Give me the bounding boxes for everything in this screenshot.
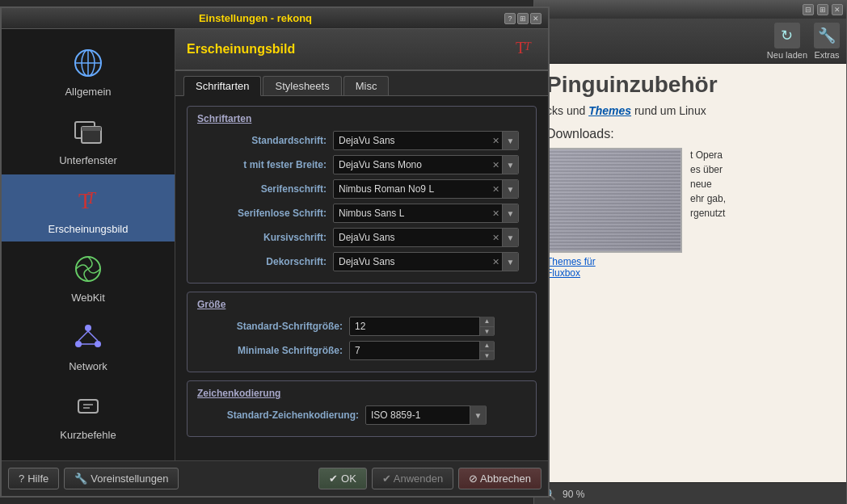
settings-dialog: Einstellungen - rekonq ? ⊞ ✕ Allgemein	[0, 6, 550, 498]
dekorschrift-label: Dekorschrift:	[197, 256, 327, 267]
minimal-groesse-down-btn[interactable]: ▼	[480, 351, 494, 361]
settings-help-btn[interactable]: ?	[504, 13, 516, 24]
form-row-serifenschrift: Serifenschrift: Nimbus Roman No9 L ✕ ▼	[197, 179, 526, 199]
standardschrift-select[interactable]: DejaVu Sans ✕ ▼	[333, 131, 519, 150]
dekorschrift-clear-btn[interactable]: ✕	[490, 257, 502, 267]
apply-button[interactable]: ✔ Anwenden	[372, 468, 453, 489]
form-row-fester-breite: t mit fester Breite: DejaVu Sans Mono ✕ …	[197, 155, 526, 174]
browser-minimize-btn[interactable]: ⊟	[803, 4, 814, 15]
settings-body: Allgemein Unterfenster T T	[2, 29, 548, 460]
settings-title: Einstellungen - rekonq	[8, 12, 503, 24]
form-row-standard-groesse: Standard-Schriftgröße: 12 ▲ ▼	[197, 317, 526, 336]
kursivschrift-arrow-btn[interactable]: ▼	[502, 228, 518, 247]
thumbnail	[546, 148, 682, 253]
main-title-icon: T T	[514, 36, 537, 63]
kursivschrift-value: DejaVu Sans	[334, 228, 490, 247]
dekorschrift-select[interactable]: DejaVu Sans ✕ ▼	[333, 252, 519, 271]
sidebar-item-allgemein[interactable]: Allgemein	[2, 37, 175, 104]
zeichenkodierung-arrow-btn[interactable]: ▼	[470, 405, 486, 425]
unterfenster-icon	[69, 112, 107, 151]
help-button[interactable]: ? Hilfe	[8, 468, 59, 489]
serifenschrift-clear-btn[interactable]: ✕	[490, 184, 502, 195]
serifenlose-clear-btn[interactable]: ✕	[490, 208, 502, 219]
standard-groesse-spinbox[interactable]: 12 ▲ ▼	[349, 317, 495, 336]
sidebar-item-unterfenster[interactable]: Unterfenster	[2, 106, 175, 173]
browser-content: Pinguinzubehör cks und Themes rund um Li…	[534, 64, 846, 482]
serifenschrift-arrow-btn[interactable]: ▼	[502, 179, 518, 199]
browser-close-btn[interactable]: ✕	[832, 4, 843, 15]
standard-groesse-down-btn[interactable]: ▼	[480, 327, 494, 337]
serifenschrift-value: Nimbus Roman No9 L	[334, 179, 490, 199]
zeichenkodierung-section-title: Zeichenkodierung	[197, 388, 526, 399]
serifenlose-arrow-btn[interactable]: ▼	[502, 204, 518, 223]
minimal-groesse-value: 7	[350, 341, 479, 360]
form-row-dekorschrift: Dekorschrift: DejaVu Sans ✕ ▼	[197, 252, 526, 271]
browser-maximize-btn[interactable]: ⊞	[817, 4, 828, 15]
settings-form: Schriftarten Standardschrift: DejaVu San…	[175, 96, 548, 460]
zeichenkodierung-section: Zeichenkodierung Standard-Zeichenkodieru…	[187, 380, 537, 437]
schriftarten-section: Schriftarten Standardschrift: DejaVu San…	[187, 106, 537, 284]
tab-stylesheets[interactable]: Stylesheets	[263, 76, 341, 95]
unterfenster-label: Unterfenster	[59, 154, 117, 166]
fester-breite-clear-btn[interactable]: ✕	[490, 160, 502, 170]
cancel-button[interactable]: ⊘ Abbrechen	[458, 468, 541, 489]
network-label: Network	[69, 360, 107, 372]
reset-button[interactable]: 🔧 Voreinstellungen	[64, 468, 179, 489]
zeichenkodierung-combobox[interactable]: ISO 8859-1 ▼	[365, 405, 487, 425]
network-icon	[69, 318, 107, 357]
fester-breite-value: DejaVu Sans Mono	[334, 155, 490, 174]
tab-misc[interactable]: Misc	[343, 76, 390, 95]
erscheinungsbild-label: Erscheinungsbild	[48, 223, 128, 235]
settings-main-header: Erscheinungsbild T T	[175, 29, 548, 71]
svg-rect-16	[78, 400, 98, 413]
reload-button[interactable]: ↻ Neu laden	[767, 23, 807, 60]
form-row-minimal-groesse: Minimale Schriftgröße: 7 ▲ ▼	[197, 341, 526, 360]
kurzbefehle-icon	[69, 387, 107, 426]
sidebar-item-erscheinungsbild[interactable]: T T Erscheinungsbild	[2, 174, 175, 242]
form-row-standardschrift: Standardschrift: DejaVu Sans ✕ ▼	[197, 131, 526, 150]
settings-titlebar: Einstellungen - rekonq ? ⊞ ✕	[2, 8, 548, 29]
minimal-groesse-label: Minimale Schriftgröße:	[197, 345, 343, 356]
standard-groesse-value: 12	[350, 317, 479, 336]
svg-text:T: T	[86, 189, 97, 207]
sidebar-item-network[interactable]: Network	[2, 312, 175, 379]
kursivschrift-clear-btn[interactable]: ✕	[490, 233, 502, 243]
themes-link[interactable]: Themes	[588, 104, 631, 117]
minimal-groesse-up-btn[interactable]: ▲	[480, 341, 494, 351]
standard-groesse-up-btn[interactable]: ▲	[480, 317, 494, 327]
settings-maximize-btn[interactable]: ⊞	[517, 13, 529, 24]
dekorschrift-arrow-btn[interactable]: ▼	[502, 252, 518, 271]
form-row-zeichenkodierung: Standard-Zeichenkodierung: ISO 8859-1 ▼	[197, 405, 526, 425]
minimal-groesse-spinbox[interactable]: 7 ▲ ▼	[349, 341, 495, 360]
kursivschrift-select[interactable]: DejaVu Sans ✕ ▼	[333, 228, 519, 247]
thumb-caption[interactable]: Themes fürFluxbox	[546, 256, 682, 279]
sidebar-item-webkit[interactable]: WebKit	[2, 243, 175, 310]
standardschrift-arrow-btn[interactable]: ▼	[502, 131, 518, 150]
extras-button[interactable]: 🔧 Extras	[814, 23, 840, 60]
serifenlose-label: Serifenlose Schrift:	[197, 208, 327, 219]
standardschrift-value: DejaVu Sans	[334, 131, 490, 150]
extras-icon: 🔧	[814, 23, 840, 48]
standard-groesse-spinbox-btns: ▲ ▼	[479, 317, 494, 336]
groesse-section-title: Größe	[197, 299, 526, 310]
serifenlose-value: Nimbus Sans L	[334, 204, 490, 223]
content-text: t Opera es über neue ehr gab, rgenutzt	[690, 148, 726, 279]
sidebar-item-suchmaschinen[interactable]: Suchmaschinen	[2, 449, 175, 460]
fester-breite-arrow-btn[interactable]: ▼	[502, 155, 518, 174]
serifenlose-select[interactable]: Nimbus Sans L ✕ ▼	[333, 204, 519, 223]
kurzbefehle-label: Kurzbefehle	[60, 429, 116, 441]
standardschrift-clear-btn[interactable]: ✕	[490, 136, 502, 146]
reload-icon: ↻	[774, 23, 800, 48]
browser-page-title: Pinguinzubehör	[546, 72, 834, 98]
serifenschrift-select[interactable]: Nimbus Roman No9 L ✕ ▼	[333, 179, 519, 199]
ok-button[interactable]: ✔ OK	[318, 468, 366, 489]
settings-main: Erscheinungsbild T T Schriftarten Styles…	[175, 29, 548, 460]
downloads-label: Downloads:	[546, 127, 834, 141]
fester-breite-select[interactable]: DejaVu Sans Mono ✕ ▼	[333, 155, 519, 174]
erscheinungsbild-icon: T T	[69, 181, 107, 220]
tab-schriftarten[interactable]: Schriftarten	[183, 76, 261, 96]
zeichenkodierung-value: ISO 8859-1	[366, 410, 470, 421]
allgemein-label: Allgemein	[65, 86, 111, 98]
settings-close-btn[interactable]: ✕	[530, 13, 541, 24]
sidebar-item-kurzbefehle[interactable]: Kurzbefehle	[2, 380, 175, 447]
